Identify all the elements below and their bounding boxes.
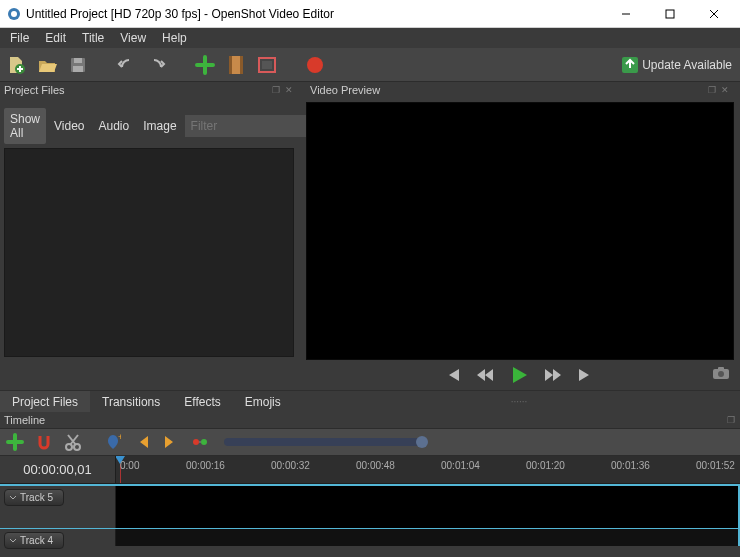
add-marker-button[interactable]: +: [102, 431, 124, 453]
window-minimize-button[interactable]: [604, 0, 648, 28]
ruler-tick: 00:00:32: [271, 460, 310, 471]
center-playhead-button[interactable]: [189, 431, 211, 453]
filter-audio[interactable]: Audio: [93, 115, 136, 137]
tab-project-files[interactable]: Project Files: [0, 391, 90, 412]
window-titlebar: Untitled Project [HD 720p 30 fps] - Open…: [0, 0, 740, 28]
timeline-ruler-row: 00:00:00,01 0:00 00:00:16 00:00:32 00:00…: [0, 456, 740, 484]
splitter-handle[interactable]: ······: [298, 391, 740, 412]
timeline-toolbar: +: [0, 428, 740, 456]
svg-rect-12: [240, 56, 243, 74]
filter-video[interactable]: Video: [48, 115, 90, 137]
snapshot-icon[interactable]: [712, 366, 730, 380]
choose-profile-button[interactable]: [224, 53, 248, 77]
svg-rect-18: [718, 367, 724, 370]
window-close-button[interactable]: [692, 0, 736, 28]
svg-point-19: [718, 371, 724, 377]
timeline-tracks: Track 5 Track 4: [0, 484, 740, 546]
track-header[interactable]: Track 4: [0, 529, 116, 546]
menu-file[interactable]: File: [2, 28, 37, 48]
update-label: Update Available: [642, 58, 732, 72]
fullscreen-button[interactable]: [255, 53, 279, 77]
update-available-button[interactable]: Update Available: [618, 57, 736, 73]
svg-rect-8: [74, 58, 82, 63]
svg-line-5: [710, 10, 718, 18]
ruler-tick: 0:00: [120, 460, 139, 471]
svg-rect-9: [73, 66, 83, 72]
svg-point-23: [193, 439, 199, 445]
tab-transitions[interactable]: Transitions: [90, 391, 172, 412]
ruler-tick: 00:00:16: [186, 460, 225, 471]
ruler-tick: 00:00:48: [356, 460, 395, 471]
svg-rect-14: [262, 61, 272, 69]
fast-forward-button[interactable]: [543, 367, 563, 383]
snapping-button[interactable]: [33, 431, 55, 453]
timeline-panel-title: Timeline: [4, 414, 45, 426]
track-area[interactable]: [116, 529, 740, 546]
ruler-tick: 00:01:04: [441, 460, 480, 471]
app-icon: [6, 6, 22, 22]
export-video-button[interactable]: [303, 53, 327, 77]
project-files-panel-title: Project Files: [4, 84, 65, 96]
ruler-tick: 00:01:36: [611, 460, 650, 471]
play-button[interactable]: [509, 365, 529, 385]
tab-effects[interactable]: Effects: [172, 391, 232, 412]
track-row: Track 5: [0, 484, 740, 528]
timeline-timecode: 00:00:00,01: [0, 456, 116, 483]
next-marker-button[interactable]: [160, 431, 182, 453]
video-preview-area[interactable]: [306, 102, 734, 360]
panel-close-icon[interactable]: ✕: [720, 85, 730, 95]
track-label: Track 5: [20, 492, 53, 503]
main-area: Show All Video Audio Image: [0, 98, 740, 360]
tab-emojis[interactable]: Emojis: [233, 391, 293, 412]
filter-show-all[interactable]: Show All: [4, 108, 46, 144]
menu-view[interactable]: View: [112, 28, 154, 48]
track-area[interactable]: [116, 486, 740, 528]
jump-start-button[interactable]: [443, 367, 461, 383]
svg-rect-3: [666, 10, 674, 18]
previous-marker-button[interactable]: [131, 431, 153, 453]
save-project-button[interactable]: [66, 53, 90, 77]
panel-float-icon[interactable]: ❐: [271, 85, 281, 95]
menu-bar: File Edit Title View Help: [0, 28, 740, 48]
ruler-tick: 00:01:52: [696, 460, 735, 471]
update-icon: [622, 57, 638, 73]
timeline-ruler[interactable]: 0:00 00:00:16 00:00:32 00:00:48 00:01:04…: [116, 456, 740, 483]
menu-title[interactable]: Title: [74, 28, 112, 48]
panel-float-icon[interactable]: ❐: [726, 415, 736, 425]
chevron-down-icon: [9, 537, 17, 545]
timeline-panel-header: Timeline ❐: [0, 412, 740, 428]
playback-controls: [298, 360, 740, 390]
chevron-down-icon: [9, 494, 17, 502]
undo-button[interactable]: [114, 53, 138, 77]
panel-float-icon[interactable]: ❐: [707, 85, 717, 95]
jump-end-button[interactable]: [577, 367, 595, 383]
filter-image[interactable]: Image: [137, 115, 182, 137]
menu-edit[interactable]: Edit: [37, 28, 74, 48]
redo-button[interactable]: [145, 53, 169, 77]
zoom-slider[interactable]: [224, 438, 424, 446]
project-files-list[interactable]: [4, 148, 294, 357]
svg-rect-11: [229, 56, 232, 74]
open-project-button[interactable]: [35, 53, 59, 77]
menu-help[interactable]: Help: [154, 28, 195, 48]
track-label: Track 4: [20, 535, 53, 546]
rewind-button[interactable]: [475, 367, 495, 383]
import-files-button[interactable]: [193, 53, 217, 77]
razor-button[interactable]: [62, 431, 84, 453]
ruler-tick: 00:01:20: [526, 460, 565, 471]
panel-headers: Project Files ❐ ✕ Video Preview ❐ ✕: [0, 82, 740, 98]
track-row: Track 4: [0, 528, 740, 546]
lower-tab-row: Project Files Transitions Effects Emojis…: [0, 390, 740, 412]
svg-point-24: [201, 439, 207, 445]
svg-text:+: +: [118, 433, 121, 442]
main-toolbar: Update Available: [0, 48, 740, 82]
svg-line-4: [710, 10, 718, 18]
track-header[interactable]: Track 5: [0, 486, 116, 528]
add-track-button[interactable]: [4, 431, 26, 453]
zoom-slider-handle[interactable]: [416, 436, 428, 448]
window-maximize-button[interactable]: [648, 0, 692, 28]
new-project-button[interactable]: [4, 53, 28, 77]
svg-point-15: [307, 57, 323, 73]
panel-close-icon[interactable]: ✕: [284, 85, 294, 95]
svg-point-1: [11, 11, 17, 17]
